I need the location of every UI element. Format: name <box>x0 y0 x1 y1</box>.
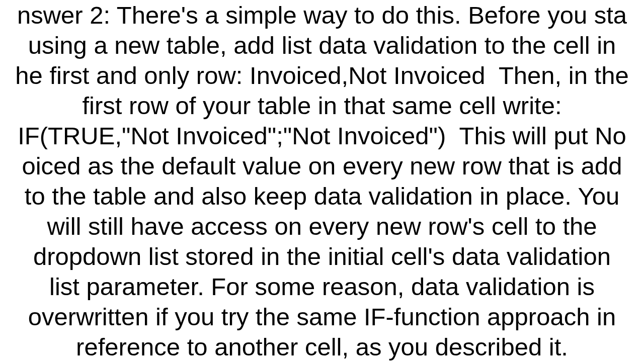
answer-text-block: nswer 2: There's a simple way to do this… <box>0 0 644 362</box>
